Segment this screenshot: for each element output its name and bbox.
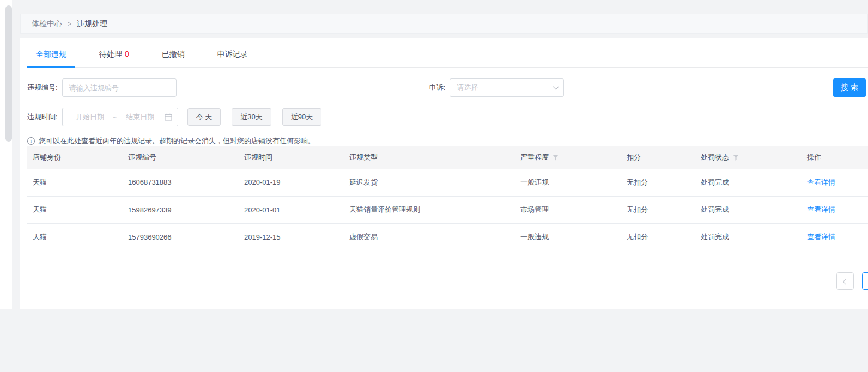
violation-id-label: 违规编号:: [27, 83, 58, 93]
date-range-separator: ~: [113, 113, 117, 121]
cell-time: 2019-12-15: [239, 223, 344, 251]
cell-status: 处罚完成: [695, 169, 802, 196]
violations-table: 店铺身份 违规编号 违规时间 违规类型 严重程度 扣分 处罚状态: [27, 146, 868, 251]
quick-range-90d-button[interactable]: 近90天: [282, 108, 321, 126]
table-header-row: 店铺身份 违规编号 违规时间 违规类型 严重程度 扣分 处罚状态: [27, 146, 868, 169]
page-scrollbar-track: [0, 0, 12, 309]
search-button[interactable]: 搜 索: [833, 78, 866, 97]
appeal-select-placeholder: 请选择: [457, 83, 478, 93]
breadcrumb-parent[interactable]: 体检中心: [32, 19, 62, 29]
col-severity: 严重程度: [515, 146, 621, 169]
calendar-icon: [165, 113, 172, 121]
chevron-left-icon: [843, 279, 849, 285]
date-range-picker[interactable]: 开始日期 ~ 结束日期: [62, 108, 178, 126]
breadcrumb-current: 违规处理: [77, 19, 107, 29]
pending-count-badge: 0: [125, 50, 129, 58]
violation-id-input[interactable]: [62, 78, 177, 97]
tab-revoked[interactable]: 已撤销: [153, 50, 193, 67]
col-shop-identity: 店铺身份: [27, 146, 123, 169]
filter-funnel-icon[interactable]: [733, 155, 739, 161]
col-penalty-status: 处罚状态: [695, 146, 802, 169]
col-violation-time: 违规时间: [239, 146, 344, 169]
tab-label: 全部违规: [36, 50, 66, 58]
col-violation-type: 违规类型: [344, 146, 515, 169]
notice-text: 您可以在此处查看近两年的违规记录。超期的记录会消失，但对您的店铺没有任何影响。: [39, 136, 315, 146]
appeal-select[interactable]: 请选择: [450, 78, 564, 97]
quick-range-30d-button[interactable]: 近30天: [232, 108, 271, 126]
notice-banner: i 您可以在此处查看近两年的违规记录。超期的记录会消失，但对您的店铺没有任何影响…: [27, 136, 868, 146]
filter-row-1: 违规编号: 申诉: 请选择 搜 索: [27, 78, 868, 97]
cell-violation-id: 15982697339: [123, 196, 239, 223]
view-details-link[interactable]: 查看详情: [807, 178, 835, 186]
tab-appeal-records[interactable]: 申诉记录: [209, 50, 257, 67]
col-actions: 操作: [802, 146, 868, 169]
table-row: 天猫 15793690266 2019-12-15 虚假交易 一般违规 无扣分 …: [27, 223, 868, 251]
table-row: 天猫 15982697339 2020-01-01 天猫销量评价管理规则 市场管…: [27, 196, 868, 223]
view-details-link[interactable]: 查看详情: [807, 233, 835, 241]
page-1-button[interactable]: 1: [862, 272, 868, 290]
cell-severity: 市场管理: [515, 196, 621, 223]
breadcrumb: 体检中心 > 违规处理: [20, 14, 868, 34]
cell-points: 无扣分: [621, 223, 695, 251]
cell-severity: 一般违规: [515, 223, 621, 251]
cell-status: 处罚完成: [695, 196, 802, 223]
tab-all-violations[interactable]: 全部违规: [27, 50, 75, 67]
start-date-input[interactable]: 开始日期: [68, 112, 112, 122]
cell-time: 2020-01-19: [239, 169, 344, 196]
cell-status: 处罚完成: [695, 223, 802, 251]
table-row: 天猫 16068731883 2020-01-19 延迟发货 一般违规 无扣分 …: [27, 169, 868, 196]
cell-type: 虚假交易: [344, 223, 515, 251]
appeal-filter: 申诉: 请选择: [429, 78, 564, 97]
cell-violation-id: 15793690266: [123, 223, 239, 251]
cell-points: 无扣分: [621, 169, 695, 196]
tab-label: 已撤销: [162, 50, 185, 58]
cell-time: 2020-01-01: [239, 196, 344, 223]
cell-type: 延迟发货: [344, 169, 515, 196]
tab-bar: 全部违规 待处理0 已撤销 申诉记录: [27, 38, 868, 68]
breadcrumb-separator-icon: >: [68, 20, 71, 28]
violations-panel: 全部违规 待处理0 已撤销 申诉记录 违规编号: 申诉: 请选择 搜 索 违规时…: [20, 38, 868, 309]
cell-severity: 一般违规: [515, 169, 621, 196]
filter-row-2: 违规时间: 开始日期 ~ 结束日期 今 天 近30天 近90天: [27, 108, 868, 126]
cell-shop: 天猫: [27, 223, 123, 251]
cell-shop: 天猫: [27, 169, 123, 196]
violation-time-label: 违规时间:: [27, 112, 58, 122]
appeal-label: 申诉:: [429, 83, 446, 93]
chevron-down-icon: [553, 83, 559, 89]
pagination: 1: [836, 272, 868, 290]
quick-range-today-button[interactable]: 今 天: [187, 108, 221, 126]
cell-type: 天猫销量评价管理规则: [344, 196, 515, 223]
tab-pending[interactable]: 待处理0: [90, 50, 138, 67]
info-icon: i: [27, 137, 35, 145]
end-date-input[interactable]: 结束日期: [118, 112, 162, 122]
view-details-link[interactable]: 查看详情: [807, 205, 835, 214]
col-points: 扣分: [621, 146, 695, 169]
scrollbar-thumb[interactable]: [5, 5, 12, 142]
filter-funnel-icon[interactable]: [553, 155, 559, 161]
cell-points: 无扣分: [621, 196, 695, 223]
cell-violation-id: 16068731883: [123, 169, 239, 196]
col-violation-id: 违规编号: [123, 146, 239, 169]
tab-label: 待处理: [99, 50, 122, 58]
prev-page-button[interactable]: [836, 272, 854, 290]
tab-label: 申诉记录: [217, 50, 248, 58]
cell-shop: 天猫: [27, 196, 123, 223]
